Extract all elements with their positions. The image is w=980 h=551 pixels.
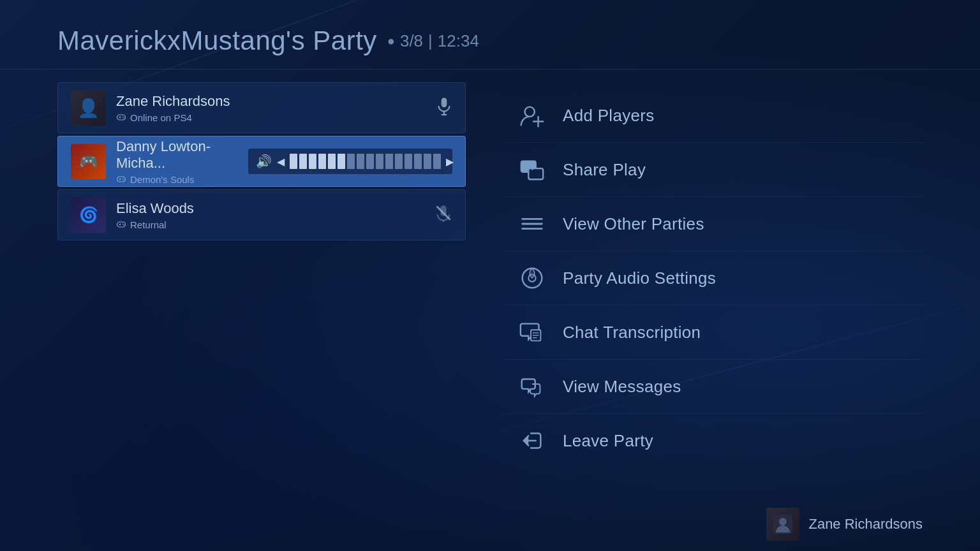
vol-seg-3 [309,154,316,169]
party-meta: ● 3/8 | 12:34 [387,31,479,51]
main-layout: Zane Richardsons Online on PS4 [0,70,980,480]
view-messages-icon [517,371,547,402]
volume-bar[interactable]: 🔊 ◀ [248,149,452,174]
controller-icon-zane [116,113,126,122]
svg-rect-13 [117,222,126,227]
member-item-danny[interactable]: Danny Lowton-Micha... Demon's Souls [57,136,466,187]
vol-seg-14 [414,154,422,169]
member-item-zane[interactable]: Zane Richardsons Online on PS4 [57,82,466,133]
svg-point-16 [122,223,124,224]
chat-transcription-label: Chat Transcription [563,323,701,342]
time-separator: | [428,31,433,51]
add-players-icon [517,100,547,131]
vol-seg-4 [318,154,326,169]
vol-seg-5 [328,154,336,169]
members-list: Zane Richardsons Online on PS4 [57,82,466,467]
audio-settings-icon [517,263,547,293]
svg-point-3 [122,116,124,117]
share-play-icon [517,154,547,185]
member-status-danny: Demon's Souls [116,174,248,185]
current-user-avatar [766,508,799,541]
avatar-elisa [71,198,106,233]
member-name-danny: Danny Lowton-Micha... [116,138,248,172]
current-user-name: Zane Richardsons [808,516,923,533]
party-title: MaverickxMustang's Party [57,26,377,56]
member-name-elisa: Elisa Woods [116,200,434,217]
menu-item-view-parties[interactable]: View Other Parties [504,197,923,251]
vol-seg-15 [424,154,431,169]
vol-seg-1 [290,154,297,169]
vol-seg-6 [338,154,345,169]
view-parties-label: View Other Parties [563,214,704,234]
leave-party-icon [517,425,547,456]
controller-icon-danny [116,175,126,184]
vol-seg-16 [433,154,441,169]
audio-settings-label: Party Audio Settings [563,268,716,288]
volume-icon: 🔊 [256,154,272,169]
member-info-elisa: Elisa Woods Returnal [116,200,434,230]
vol-arrow-right: ▶ [446,156,454,168]
bottom-bar: Zane Richardsons [0,497,980,551]
chat-transcription-icon [517,317,547,348]
member-count: 3/8 [400,31,423,51]
member-status-zane: Online on PS4 [116,112,436,123]
party-icon: ● [387,34,395,48]
danny-status-text: Demon's Souls [130,174,194,185]
zane-mic-icon [436,96,452,120]
svg-rect-5 [442,98,447,107]
share-play-label: Share Play [563,160,646,180]
zane-status-text: Online on PS4 [130,112,192,123]
elisa-status-text: Returnal [130,219,167,230]
view-parties-icon [517,209,547,239]
controller-icon-elisa [116,220,126,229]
member-item-elisa[interactable]: Elisa Woods Returnal [57,189,466,240]
vol-seg-7 [347,154,355,169]
vol-seg-10 [376,154,383,169]
svg-point-21 [525,107,535,117]
right-menu: Add Players Share Play [504,82,923,467]
header: MaverickxMustang's Party ● 3/8 | 12:34 [0,0,980,69]
menu-item-add-players[interactable]: Add Players [504,89,923,143]
member-info-zane: Zane Richardsons Online on PS4 [116,93,436,123]
menu-item-view-messages[interactable]: View Messages [504,360,923,414]
vol-segments [290,154,441,169]
svg-rect-25 [528,168,543,179]
vol-seg-11 [385,154,393,169]
elisa-muted-icon [434,204,452,226]
current-user: Zane Richardsons [766,508,923,541]
main-content: MaverickxMustang's Party ● 3/8 | 12:34 Z… [0,0,980,551]
svg-rect-0 [117,115,126,120]
svg-point-4 [123,117,124,119]
member-info-danny: Danny Lowton-Micha... Demon's Souls [116,138,248,185]
svg-point-17 [123,224,124,226]
vol-seg-9 [366,154,374,169]
vol-seg-13 [405,154,412,169]
leave-party-label: Leave Party [563,431,653,451]
menu-item-leave-party[interactable]: Leave Party [504,414,923,467]
svg-point-36 [779,518,787,525]
vol-arrow-left: ◀ [277,156,285,168]
avatar-danny [71,144,106,179]
menu-item-chat-transcription[interactable]: Chat Transcription [504,305,923,360]
member-status-elisa: Returnal [116,219,434,230]
menu-item-audio-settings[interactable]: Party Audio Settings [504,251,923,305]
member-name-zane: Zane Richardsons [116,93,436,110]
avatar-zane [71,91,106,126]
svg-rect-8 [117,177,126,182]
vol-seg-2 [299,154,307,169]
vol-seg-12 [395,154,403,169]
view-messages-label: View Messages [563,377,681,397]
menu-item-share-play[interactable]: Share Play [504,143,923,197]
party-time: 12:34 [438,31,479,51]
svg-point-11 [122,178,124,179]
vol-seg-8 [357,154,364,169]
add-players-label: Add Players [563,106,654,126]
svg-point-12 [123,179,124,180]
